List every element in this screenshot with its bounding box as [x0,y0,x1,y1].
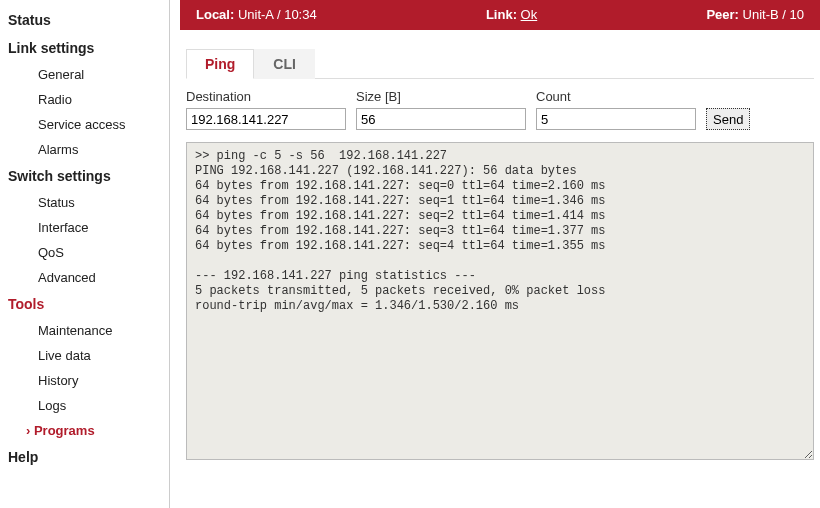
status-peer: Peer: Unit-B / 10 [706,0,804,30]
status-local-label: Local: [196,7,234,22]
sidebar-item-live-data[interactable]: Live data [8,343,169,368]
sidebar-item-advanced[interactable]: Advanced [8,265,169,290]
destination-field: Destination [186,89,346,130]
sidebar-item-sw-status[interactable]: Status [8,190,169,215]
count-input[interactable] [536,108,696,130]
sidebar: Status Link settings General Radio Servi… [0,0,170,508]
sidebar-section-status[interactable]: Status [8,6,169,34]
sidebar-section-switch-settings[interactable]: Switch settings [8,162,169,190]
sidebar-item-radio[interactable]: Radio [8,87,169,112]
sidebar-item-programs[interactable]: Programs [8,418,169,443]
sidebar-section-tools[interactable]: Tools [8,290,169,318]
sidebar-item-maintenance[interactable]: Maintenance [8,318,169,343]
tab-cli[interactable]: CLI [254,49,315,79]
status-link-value[interactable]: Ok [521,7,538,22]
status-bar: Local: Unit-A / 10:34 Link: Ok Peer: Uni… [180,0,820,30]
status-link: Link: Ok [486,0,537,30]
main-panel: Local: Unit-A / 10:34 Link: Ok Peer: Uni… [180,0,820,508]
status-local-value: Unit-A / 10:34 [238,7,317,22]
sidebar-item-qos[interactable]: QoS [8,240,169,265]
sidebar-section-help[interactable]: Help [8,443,169,471]
count-field: Count [536,89,696,130]
count-label: Count [536,89,696,104]
sidebar-item-alarms[interactable]: Alarms [8,137,169,162]
content-area: Ping CLI Destination Size [B] Count Send… [180,30,820,460]
destination-label: Destination [186,89,346,104]
status-peer-label: Peer: [706,7,739,22]
sidebar-item-logs[interactable]: Logs [8,393,169,418]
size-input[interactable] [356,108,526,130]
sidebar-item-service-access[interactable]: Service access [8,112,169,137]
ping-form: Destination Size [B] Count Send [180,79,820,138]
sidebar-section-link-settings[interactable]: Link settings [8,34,169,62]
status-link-label: Link: [486,7,517,22]
sidebar-item-history[interactable]: History [8,368,169,393]
tab-ping[interactable]: Ping [186,49,254,79]
send-field: Send [706,108,750,130]
status-peer-value: Unit-B / 10 [743,7,804,22]
size-label: Size [B] [356,89,526,104]
tabs: Ping CLI [186,48,814,79]
sidebar-item-interface[interactable]: Interface [8,215,169,240]
destination-input[interactable] [186,108,346,130]
sidebar-item-general[interactable]: General [8,62,169,87]
send-button[interactable]: Send [706,108,750,130]
status-local: Local: Unit-A / 10:34 [196,0,317,30]
ping-output[interactable]: >> ping -c 5 -s 56 192.168.141.227 PING … [186,142,814,460]
size-field: Size [B] [356,89,526,130]
